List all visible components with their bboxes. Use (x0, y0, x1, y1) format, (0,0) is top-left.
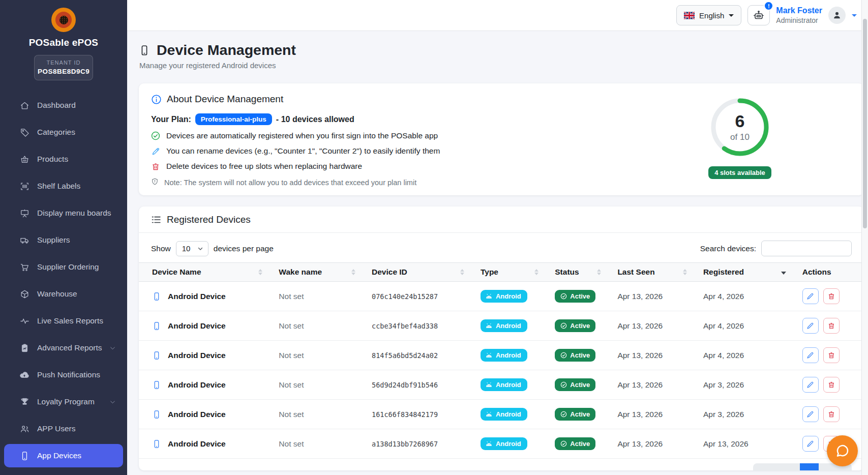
sidebar-nav: Dashboard Categories Products Shelf Labe… (0, 94, 127, 467)
delete-device-button[interactable] (823, 347, 840, 363)
device-name: Android Device (168, 380, 226, 390)
show-label: Show (151, 244, 171, 253)
edit-device-button[interactable] (802, 288, 819, 304)
column-header-device-id[interactable]: Device ID (364, 263, 472, 282)
sidebar-item-products[interactable]: Products (4, 147, 123, 171)
last-seen-date: Apr 13, 2026 (609, 370, 695, 400)
sidebar-item-app-devices[interactable]: App Devices (4, 444, 123, 467)
cart-icon (19, 262, 29, 272)
phone-icon (152, 437, 161, 451)
user-menu-caret-icon[interactable] (852, 14, 857, 17)
scrollbar-thumb[interactable] (863, 19, 867, 228)
wake-name: Not set (271, 429, 364, 459)
sort-icon (597, 269, 601, 275)
edit-device-button[interactable] (802, 318, 819, 334)
pagination-previous-button[interactable]: Previous (753, 463, 800, 470)
column-header-device-name[interactable]: Device Name (139, 263, 271, 282)
delete-device-button[interactable] (823, 377, 840, 393)
type-badge: Android (481, 319, 527, 332)
device-name: Android Device (168, 292, 226, 301)
sort-icon (683, 269, 687, 275)
check-circle-icon (560, 381, 567, 388)
box-icon (19, 289, 29, 299)
barcode-icon (19, 181, 29, 191)
plan-label: Your Plan: (151, 115, 191, 124)
device-usage-widget: 6 of 10 4 slots available (708, 97, 771, 179)
device-id: a138d13bb7268967 (372, 440, 438, 448)
device-name: Android Device (168, 351, 226, 360)
cloud-upload-icon (19, 370, 29, 380)
chat-fab-button[interactable] (827, 435, 858, 466)
last-seen-date: Apr 13, 2026 (609, 311, 695, 341)
edit-device-button[interactable] (802, 377, 819, 393)
usage-count: 6 (735, 112, 745, 130)
sidebar-item-warehouse[interactable]: Warehouse (4, 282, 123, 306)
sidebar-item-dashboard[interactable]: Dashboard (4, 94, 123, 117)
devices-heading: Registered Devices (167, 214, 251, 225)
per-page-select[interactable]: 10 (176, 241, 208, 256)
trash-icon (828, 292, 835, 300)
sidebar-item-suppliers[interactable]: Suppliers (4, 228, 123, 252)
language-dropdown[interactable]: English (676, 5, 741, 25)
phone-icon (139, 43, 150, 58)
edit-device-button[interactable] (802, 436, 819, 452)
search-input[interactable] (761, 241, 852, 256)
device-name: Android Device (168, 410, 226, 419)
pagination-page-1-button[interactable]: 1 (800, 463, 819, 470)
table-row: Android Device Not set 076c140e24b15287 … (139, 282, 864, 311)
sidebar-item-shelf-labels[interactable]: Shelf Labels (4, 174, 123, 198)
sidebar-item-supplier-ordering[interactable]: Supplier Ordering (4, 255, 123, 279)
type-badge: Android (481, 378, 527, 391)
sidebar-item-advanced-reports[interactable]: Advanced Reports (4, 336, 123, 360)
user-role: Administrator (776, 16, 822, 25)
column-header-status[interactable]: Status (547, 263, 609, 282)
users-icon (19, 424, 29, 434)
phone-icon (152, 408, 161, 421)
shield-icon (151, 177, 159, 187)
slots-available-badge: 4 slots available (708, 166, 771, 179)
about-heading: About Device Management (167, 94, 283, 105)
plan-badge: Professional-ai-plus (195, 113, 272, 125)
column-header-last-seen[interactable]: Last Seen (609, 263, 695, 282)
sidebar-item-push-notifications[interactable]: Push Notifications (4, 363, 123, 387)
sidebar-item-app-users[interactable]: APP Users (4, 417, 123, 440)
brand-logo (51, 8, 76, 32)
page-title: Device Management (157, 42, 296, 58)
column-header-registered[interactable]: Registered (695, 263, 794, 282)
android-icon (486, 352, 492, 358)
assistant-button[interactable]: ! (747, 5, 770, 25)
column-header-type[interactable]: Type (472, 263, 547, 282)
registered-date: Apr 3, 2026 (695, 370, 794, 400)
phone-icon (152, 319, 161, 333)
check-circle-icon (560, 293, 567, 300)
sidebar-item-live-sales-reports[interactable]: Live Sales Reports (4, 309, 123, 333)
pencil-icon (806, 292, 814, 300)
sidebar-item-loyalty-program[interactable]: Loyalty Program (4, 390, 123, 413)
edit-device-button[interactable] (802, 347, 819, 363)
delete-device-button[interactable] (823, 406, 840, 422)
check-circle-icon (560, 440, 567, 447)
table-row: Android Device Not set ccbe34fbef4ad338 … (139, 311, 864, 341)
user-menu-text[interactable]: Mark Foster Administrator (776, 6, 822, 25)
sidebar-item-categories[interactable]: Categories (4, 121, 123, 144)
edit-device-button[interactable] (802, 406, 819, 422)
trash-icon (828, 351, 835, 359)
last-seen-date: Apr 13, 2026 (609, 429, 695, 459)
phone-icon (19, 451, 29, 461)
table-summary: Showing 1 to 6 of 6 devices (151, 469, 248, 470)
registered-date: Apr 4, 2026 (695, 311, 794, 341)
registered-date: Apr 13, 2026 (695, 429, 794, 459)
delete-device-button[interactable] (823, 318, 840, 334)
table-row: Android Device Not set 161c66f834842179 … (139, 400, 864, 429)
registered-devices-card: Registered Devices Show 10 devices per p… (139, 206, 864, 470)
wake-name: Not set (271, 400, 364, 429)
sort-desc-icon (781, 272, 786, 275)
wake-name: Not set (271, 341, 364, 370)
delete-device-button[interactable] (823, 288, 840, 304)
avatar[interactable] (828, 7, 846, 24)
column-header-wake-name[interactable]: Wake name (271, 263, 364, 282)
tenant-id-label: TENANT ID (38, 60, 89, 66)
sidebar-item-display-menu-boards[interactable]: Display menu boards (4, 201, 123, 225)
android-icon (486, 411, 492, 417)
pencil-icon (806, 351, 814, 359)
